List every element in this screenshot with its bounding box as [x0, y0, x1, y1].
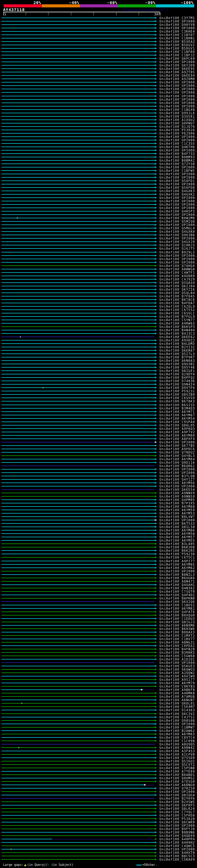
row-label[interactable]: UniRef100_A9U1W9	[159, 675, 195, 678]
alignment-bar[interactable]	[2, 415, 155, 415]
alignment-bar[interactable]	[2, 245, 155, 245]
alignment-row[interactable]: UniRef100_A6YM70	[0, 681, 197, 685]
alignment-bar[interactable]	[2, 41, 155, 42]
row-label[interactable]: UniRef100_B0XQU0	[159, 614, 195, 617]
alignment-bar[interactable]	[2, 292, 155, 293]
alignment-row[interactable]: UniRef100_A9ZT85	[0, 70, 197, 74]
row-label[interactable]: UniRef100_UPI000..	[159, 203, 197, 206]
row-label[interactable]: UniRef100_A9P7V2	[159, 430, 195, 434]
alignment-row[interactable]: UniRef100_Q6YZI6	[0, 288, 197, 291]
alignment-row[interactable]: UniRef100_B0BM42	[0, 159, 197, 162]
alignment-bar[interactable]	[2, 598, 155, 598]
alignment-row[interactable]: UniRef100_B4J3C3	[0, 332, 197, 335]
row-label[interactable]: UniRef100_UPI000..	[159, 199, 197, 203]
row-label[interactable]: UniRef100_Q8IQG4	[159, 794, 195, 797]
alignment-row[interactable]: UniRef100_A9BKF8	[0, 688, 197, 691]
alignment-bar[interactable]	[2, 503, 155, 503]
alignment-row[interactable]: UniRef100_O74836	[0, 379, 197, 383]
alignment-row[interactable]: UniRef100_Q5I7L3	[0, 352, 197, 355]
row-label[interactable]: UniRef100_C1C098	[159, 739, 195, 743]
alignment-row[interactable]: UniRef100_A6YM58	[0, 532, 197, 535]
row-label[interactable]: UniRef100_Q4GXK2	[159, 193, 195, 196]
alignment-bar[interactable]	[2, 622, 155, 622]
alignment-bar[interactable]	[2, 340, 155, 341]
row-label[interactable]: UniRef100_P59231	[159, 390, 195, 393]
alignment-bar[interactable]	[2, 523, 155, 524]
alignment-bar[interactable]	[2, 845, 155, 846]
alignment-bar[interactable]	[2, 448, 155, 449]
alignment-bar[interactable]	[2, 286, 155, 286]
row-label[interactable]: UniRef100_C5P5N8	[159, 766, 195, 770]
alignment-row[interactable]: UniRef100_Q8IL58	[0, 525, 197, 529]
alignment-row[interactable]: UniRef100_Q8VZB9	[0, 393, 197, 396]
alignment-row[interactable]: UniRef100_B2AW62	[0, 729, 197, 733]
alignment-row[interactable]: UniRef100_A4H9H2	[0, 841, 197, 844]
alignment-bar[interactable]	[2, 808, 155, 809]
alignment-row[interactable]: UniRef100_B3LA05	[0, 542, 197, 546]
alignment-bar[interactable]	[2, 825, 155, 826]
alignment-row[interactable]: UniRef100_UPI000..	[0, 790, 197, 794]
alignment-row[interactable]: UniRef100_A6YM71	[0, 410, 197, 413]
alignment-bar[interactable]	[2, 615, 155, 616]
alignment-row[interactable]: UniRef100_C6ZQL9	[0, 305, 197, 308]
alignment-bar[interactable]	[2, 696, 155, 697]
row-label[interactable]: UniRef100_Q1JQ76	[159, 125, 195, 128]
alignment-bar[interactable]	[2, 62, 155, 62]
alignment-bar[interactable]	[2, 713, 155, 714]
row-label[interactable]: UniRef100_UPI000..	[159, 27, 197, 30]
alignment-bar[interactable]	[2, 82, 155, 83]
alignment-row[interactable]: UniRef100_C0RYB3	[0, 685, 197, 688]
alignment-bar[interactable]	[2, 320, 155, 320]
row-label[interactable]: UniRef100_Q6XIQ6	[159, 600, 195, 603]
alignment-bar[interactable]	[2, 289, 155, 290]
alignment-row[interactable]: UniRef100_UPI000..	[0, 166, 197, 169]
alignment-bar[interactable]	[2, 316, 155, 317]
alignment-row[interactable]: UniRef100_B0W2M0	[0, 216, 197, 220]
alignment-bar[interactable]	[2, 99, 155, 100]
row-label[interactable]: UniRef100_B3TLQ8	[159, 474, 195, 478]
alignment-bar[interactable]	[2, 408, 155, 409]
alignment-row[interactable]: UniRef100_A9S177	[0, 678, 197, 681]
alignment-row[interactable]: UniRef100_Q8IGE1	[0, 369, 197, 373]
row-label[interactable]: UniRef100_Q6FRF5	[159, 804, 195, 807]
alignment-bar[interactable]	[2, 330, 155, 331]
alignment-bar[interactable]	[2, 337, 155, 337]
alignment-bar[interactable]	[2, 832, 155, 833]
row-label[interactable]: UniRef100_C6T5C1	[159, 556, 195, 559]
alignment-row[interactable]: UniRef100_Q4N362	[0, 587, 197, 590]
alignment-bar[interactable]	[2, 710, 155, 710]
row-label[interactable]: UniRef100_Q99JL6	[159, 112, 195, 115]
alignment-bar[interactable]	[2, 731, 155, 731]
alignment-bar[interactable]	[2, 55, 155, 55]
row-label[interactable]: UniRef100_Q6EE94	[159, 74, 195, 77]
row-label[interactable]: UniRef100_A6YM59	[159, 508, 195, 512]
row-label[interactable]: UniRef100_B8B9N6	[159, 831, 195, 834]
alignment-row[interactable]: UniRef100_B6H3W6	[0, 627, 197, 630]
alignment-row[interactable]: UniRef100_UPI000..	[0, 91, 197, 94]
alignment-row[interactable]: UniRef100_Q4Y1Z7	[0, 478, 197, 481]
alignment-row[interactable]: UniRef100_UPI000..	[0, 88, 197, 91]
alignment-bar[interactable]	[2, 835, 155, 836]
alignment-bar[interactable]	[2, 818, 155, 819]
row-label[interactable]: UniRef100_A6YM60	[159, 434, 195, 437]
alignment-row[interactable]: UniRef100_UPI000..	[0, 468, 197, 471]
alignment-row[interactable]: UniRef100_Q6CWR9	[0, 820, 197, 824]
alignment-row[interactable]: UniRef100_UPI000..	[0, 81, 197, 84]
row-label[interactable]: UniRef100_B4FN28	[159, 648, 195, 651]
alignment-bar[interactable]	[2, 612, 155, 612]
alignment-row[interactable]: UniRef100_Q6C3V2	[0, 712, 197, 716]
alignment-bar[interactable]	[2, 259, 155, 259]
alignment-bar[interactable]	[2, 456, 155, 456]
alignment-row[interactable]: UniRef100_A9RN42	[0, 746, 197, 749]
alignment-row[interactable]: UniRef100_C4QWC5	[0, 844, 197, 848]
row-label[interactable]: UniRef100_A6YM68	[159, 505, 195, 508]
row-label[interactable]: UniRef100_UPI000..	[159, 91, 197, 94]
alignment-bar[interactable]	[2, 157, 155, 157]
alignment-bar[interactable]	[2, 153, 155, 154]
row-label[interactable]: UniRef100_A7TE69	[159, 770, 195, 773]
row-label[interactable]: UniRef100_P59230	[159, 552, 195, 556]
alignment-bar[interactable]	[2, 163, 155, 164]
alignment-row[interactable]: UniRef100_C7SQT0	[0, 590, 197, 593]
alignment-bar[interactable]	[2, 214, 155, 215]
alignment-row[interactable]: UniRef100_B6KSP3	[0, 325, 197, 329]
